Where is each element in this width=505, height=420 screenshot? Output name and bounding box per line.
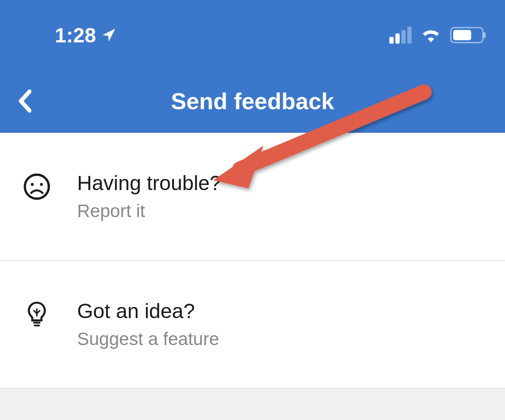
report-trouble-text: Having trouble? Report it bbox=[77, 171, 221, 221]
svg-point-2 bbox=[40, 183, 43, 186]
option-title: Having trouble? bbox=[77, 171, 221, 195]
svg-point-0 bbox=[25, 175, 49, 199]
status-bar-left: 1:28 bbox=[55, 24, 117, 47]
svg-point-1 bbox=[31, 183, 34, 186]
suggest-feature-text: Got an idea? Suggest a feature bbox=[77, 299, 219, 349]
nav-bar: Send feedback bbox=[0, 88, 505, 114]
option-subtitle: Suggest a feature bbox=[77, 329, 219, 349]
cellular-signal-icon bbox=[389, 27, 412, 44]
status-bar: 1:28 bbox=[0, 27, 505, 44]
back-button[interactable] bbox=[16, 86, 33, 116]
lightbulb-icon bbox=[23, 301, 51, 328]
suggest-feature-option[interactable]: Got an idea? Suggest a feature bbox=[0, 261, 505, 389]
chevron-left-icon bbox=[18, 89, 31, 113]
option-subtitle: Report it bbox=[77, 201, 221, 221]
location-arrow-icon bbox=[101, 27, 117, 43]
wifi-icon bbox=[420, 26, 442, 44]
content-area: Having trouble? Report it Got an idea? S… bbox=[0, 133, 505, 389]
page-title: Send feedback bbox=[171, 88, 334, 114]
sad-face-icon bbox=[23, 173, 51, 200]
status-time: 1:28 bbox=[55, 24, 96, 47]
battery-icon bbox=[450, 27, 484, 43]
status-bar-right bbox=[389, 26, 484, 44]
app-header: 1:28 bbox=[0, 0, 505, 133]
option-title: Got an idea? bbox=[77, 299, 219, 323]
report-trouble-option[interactable]: Having trouble? Report it bbox=[0, 133, 505, 261]
